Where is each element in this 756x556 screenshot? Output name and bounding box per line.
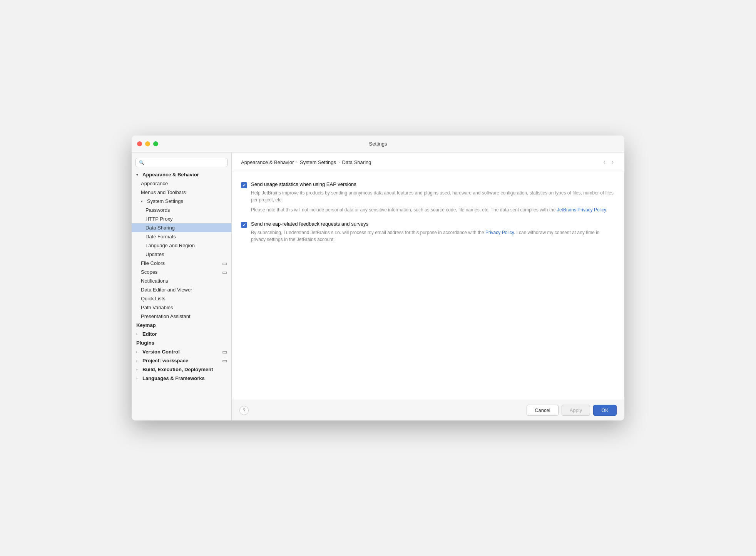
sidebar-item-http-proxy[interactable]: HTTP Proxy — [132, 214, 231, 223]
option-usage-statistics-title: Send usage statistics when using EAP ver… — [251, 181, 615, 187]
sidebar-item-notifications[interactable]: Notifications — [132, 276, 231, 285]
sidebar-item-label: Appearance & Behavior — [142, 172, 199, 178]
chevron-right-icon: › — [136, 368, 141, 372]
window-controls — [137, 141, 158, 146]
sidebar-item-languages-frameworks[interactable]: › Languages & Frameworks — [132, 374, 231, 383]
close-button[interactable] — [137, 141, 142, 146]
window-title: Settings — [369, 141, 387, 147]
option-usage-statistics: Send usage statistics when using EAP ver… — [241, 181, 615, 213]
footer-buttons: Cancel Apply OK — [527, 405, 617, 416]
checkbox-eap-feedback[interactable] — [241, 222, 247, 228]
sidebar-item-label: Path Variables — [141, 305, 173, 310]
apply-button[interactable]: Apply — [562, 405, 590, 416]
sidebar-item-label: File Colors — [141, 260, 165, 266]
sidebar-item-label: Editor — [142, 331, 157, 337]
breadcrumb-current: Data Sharing — [342, 159, 371, 165]
titlebar: Settings — [132, 136, 624, 152]
breadcrumb-part-2: System Settings — [300, 159, 336, 165]
sidebar: 🔍 ▾ Appearance & Behavior Appearance Men… — [132, 152, 232, 420]
sidebar-item-label: Plugins — [136, 340, 154, 346]
minus-icon: ▭ — [222, 270, 227, 275]
sidebar-item-editor[interactable]: › Editor — [132, 330, 231, 338]
forward-button[interactable]: › — [610, 158, 615, 166]
chevron-down-icon: ▾ — [141, 199, 146, 203]
footer: ? Cancel Apply OK — [232, 400, 624, 420]
main-content: 🔍 ▾ Appearance & Behavior Appearance Men… — [132, 152, 624, 420]
search-icon: 🔍 — [139, 160, 144, 165]
sidebar-item-label: Project: workspace — [142, 358, 188, 363]
sidebar-item-label: Updates — [146, 251, 164, 257]
ok-button[interactable]: OK — [593, 405, 617, 416]
option-usage-statistics-text: Send usage statistics when using EAP ver… — [251, 181, 615, 213]
cancel-button[interactable]: Cancel — [527, 405, 558, 416]
settings-window: Settings 🔍 ▾ Appearance & Behavior Appea… — [132, 136, 624, 420]
search-input[interactable] — [146, 160, 224, 165]
breadcrumb-separator: › — [296, 160, 298, 164]
sidebar-item-label: System Settings — [147, 198, 183, 204]
sidebar-item-language-region[interactable]: Language and Region — [132, 241, 231, 250]
option-eap-feedback-text: Send me eap-related feedback requests an… — [251, 221, 615, 243]
content-header: Appearance & Behavior › System Settings … — [232, 152, 624, 172]
sidebar-item-label: Languages & Frameworks — [142, 375, 205, 381]
sidebar-item-build-execution[interactable]: › Build, Execution, Deployment — [132, 365, 231, 374]
sidebar-item-label: Passwords — [146, 207, 170, 213]
chevron-right-icon: › — [136, 377, 141, 380]
sidebar-item-date-formats[interactable]: Date Formats — [132, 232, 231, 241]
sidebar-item-project-workspace[interactable]: › Project: workspace ▭ — [132, 356, 231, 365]
chevron-right-icon: › — [136, 332, 141, 336]
option-eap-feedback-desc: By subscribing, I understand JetBrains s… — [251, 229, 615, 243]
sidebar-item-label: Language and Region — [146, 243, 195, 248]
help-icon: ? — [243, 408, 246, 413]
sidebar-item-label: Quick Lists — [141, 296, 166, 301]
maximize-button[interactable] — [153, 141, 158, 146]
sidebar-item-system-settings[interactable]: ▾ System Settings — [132, 197, 231, 206]
sidebar-item-label: Date Formats — [146, 234, 176, 239]
sidebar-item-passwords[interactable]: Passwords — [132, 206, 231, 214]
sidebar-item-menus-toolbars[interactable]: Menus and Toolbars — [132, 188, 231, 197]
sidebar-item-label: Data Sharing — [146, 225, 175, 231]
minus-icon: ▭ — [222, 358, 227, 363]
sidebar-item-presentation-assistant[interactable]: Presentation Assistant — [132, 312, 231, 321]
sidebar-item-label: Presentation Assistant — [141, 313, 191, 319]
sidebar-item-keymap[interactable]: Keymap — [132, 321, 231, 330]
sidebar-item-file-colors[interactable]: File Colors ▭ — [132, 259, 231, 268]
chevron-right-icon: › — [136, 359, 141, 363]
privacy-policy-link[interactable]: Privacy Policy — [485, 230, 514, 235]
sidebar-item-label: Notifications — [141, 278, 168, 284]
minimize-button[interactable] — [145, 141, 150, 146]
sidebar-item-appearance[interactable]: Appearance — [132, 179, 231, 188]
breadcrumb: Appearance & Behavior › System Settings … — [241, 159, 371, 165]
option-eap-feedback-title: Send me eap-related feedback requests an… — [251, 221, 615, 227]
breadcrumb-separator: › — [338, 160, 340, 164]
chevron-right-icon: › — [136, 350, 141, 354]
content-area: Appearance & Behavior › System Settings … — [232, 152, 624, 420]
sidebar-item-data-editor-viewer[interactable]: Data Editor and Viewer — [132, 285, 231, 294]
jetbrains-privacy-policy-link[interactable]: JetBrains Privacy Policy — [557, 207, 606, 213]
search-box[interactable]: 🔍 — [135, 158, 227, 167]
breadcrumb-part-1: Appearance & Behavior — [241, 159, 294, 165]
sidebar-item-version-control[interactable]: › Version Control ▭ — [132, 347, 231, 356]
sidebar-item-label: Keymap — [136, 322, 156, 328]
option-usage-statistics-desc1: Help JetBrains improve its products by s… — [251, 189, 615, 203]
option-usage-statistics-desc2: Please note that this will not include p… — [251, 206, 615, 213]
sidebar-item-label: Scopes — [141, 269, 157, 275]
option-eap-feedback: Send me eap-related feedback requests an… — [241, 221, 615, 243]
back-button[interactable]: ‹ — [602, 158, 607, 166]
sidebar-item-label: Build, Execution, Deployment — [142, 367, 213, 372]
chevron-down-icon: ▾ — [136, 173, 141, 177]
sidebar-item-updates[interactable]: Updates — [132, 250, 231, 259]
sidebar-item-data-sharing[interactable]: Data Sharing — [132, 223, 231, 232]
sidebar-item-scopes[interactable]: Scopes ▭ — [132, 268, 231, 276]
sidebar-item-label: Menus and Toolbars — [141, 189, 186, 195]
sidebar-item-label: Version Control — [142, 349, 180, 355]
sidebar-item-quick-lists[interactable]: Quick Lists — [132, 294, 231, 303]
sidebar-item-appearance-behavior[interactable]: ▾ Appearance & Behavior — [132, 170, 231, 179]
nav-arrows: ‹ › — [602, 158, 615, 166]
sidebar-item-label: HTTP Proxy — [146, 216, 173, 222]
minus-icon: ▭ — [222, 350, 227, 354]
checkbox-usage-statistics[interactable] — [241, 182, 247, 188]
sidebar-item-label: Data Editor and Viewer — [141, 287, 192, 293]
sidebar-item-plugins[interactable]: Plugins — [132, 338, 231, 347]
help-button[interactable]: ? — [239, 406, 249, 415]
sidebar-item-path-variables[interactable]: Path Variables — [132, 303, 231, 312]
